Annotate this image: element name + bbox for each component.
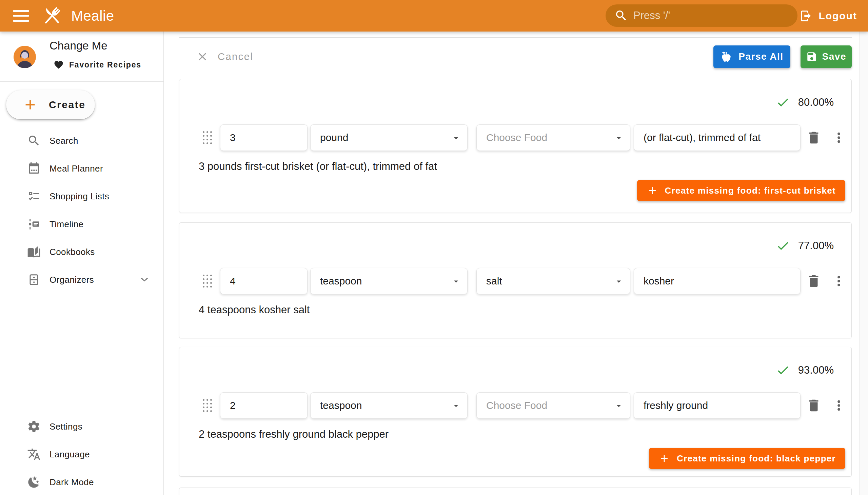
sidebar: Change Me Favorite Recipes Create Search… — [0, 32, 164, 495]
scrollbar[interactable] — [859, 32, 868, 495]
trash-icon — [806, 130, 821, 146]
quantity-input[interactable] — [220, 124, 308, 151]
ingredient-card — [179, 488, 852, 495]
close-icon — [196, 50, 209, 63]
kebab-icon — [831, 130, 847, 146]
apple-icon — [720, 51, 732, 63]
delete-button[interactable] — [806, 130, 821, 146]
caret-down-icon — [451, 401, 461, 411]
create-label: Create — [49, 99, 85, 110]
cancel-button[interactable]: Cancel — [196, 50, 253, 63]
search-input[interactable]: Press '/' — [606, 4, 798, 27]
confidence-value: 93.00% — [798, 364, 834, 376]
favorite-recipes-label: Favorite Recipes — [69, 61, 141, 69]
translate-icon — [27, 447, 41, 461]
drag-handle-icon[interactable] — [200, 274, 215, 288]
chevron-down-icon[interactable] — [138, 273, 151, 287]
logout-button[interactable]: Logout — [800, 0, 857, 32]
ingredient-card: 93.00% teaspoon Choose Food 2 teaspoons … — [179, 347, 852, 477]
sidebar-footer-nav: Settings Language Dark Mode — [0, 413, 164, 495]
check-icon — [776, 239, 790, 253]
search-placeholder: Press '/' — [633, 10, 670, 22]
divider — [179, 37, 852, 38]
sidebar-item-meal-planner[interactable]: Meal Planner — [0, 155, 164, 183]
plus-icon — [659, 453, 670, 464]
ingredient-row: teaspoon salt — [180, 268, 851, 294]
main-content: Cancel Parse All Save 80.00% — [164, 32, 868, 495]
user-name: Change Me — [50, 39, 107, 52]
original-ingredient-text: 4 teaspoons kosher salt — [199, 304, 851, 316]
delete-button[interactable] — [806, 273, 821, 289]
confidence-row: 80.00% — [180, 95, 851, 110]
logout-label: Logout — [818, 10, 857, 22]
sidebar-item-language[interactable]: Language — [0, 440, 164, 468]
sidebar-item-search[interactable]: Search — [0, 127, 164, 155]
kebab-icon — [831, 398, 847, 413]
more-options-button[interactable] — [831, 398, 847, 413]
confidence-row: 77.00% — [180, 238, 851, 253]
quantity-input[interactable] — [220, 268, 308, 294]
confidence-value: 80.00% — [798, 96, 834, 108]
original-ingredient-text: 3 pounds first-cut brisket (or flat-cut)… — [199, 160, 851, 173]
parse-all-button[interactable]: Parse All — [713, 46, 790, 68]
parser-toolbar: Cancel Parse All Save — [179, 45, 852, 68]
drag-handle-icon[interactable] — [200, 399, 215, 412]
caret-down-icon — [451, 276, 461, 287]
sidebar-nav: Search Meal Planner Shopping Lists Timel… — [0, 127, 164, 294]
kebab-icon — [831, 273, 847, 289]
sidebar-item-timeline[interactable]: Timeline — [0, 210, 164, 238]
search-icon — [614, 9, 628, 22]
check-icon — [776, 363, 790, 377]
trash-icon — [806, 273, 821, 289]
quantity-input[interactable] — [220, 392, 308, 419]
sidebar-divider — [0, 81, 164, 82]
logout-icon — [800, 10, 812, 22]
delete-button[interactable] — [806, 398, 821, 413]
unit-select[interactable]: pound — [310, 124, 467, 151]
ingredient-card: 77.00% teaspoon salt 4 teaspoons kosher … — [179, 222, 852, 338]
save-icon — [806, 51, 817, 62]
food-select[interactable]: salt — [476, 268, 630, 294]
food-select[interactable]: Choose Food — [476, 392, 630, 419]
ingredient-row: pound Choose Food — [180, 124, 851, 151]
caret-down-icon — [614, 133, 624, 143]
save-button[interactable]: Save — [801, 46, 852, 68]
timeline-icon — [27, 217, 41, 231]
note-input[interactable] — [634, 268, 801, 294]
caret-down-icon — [451, 133, 461, 143]
mealie-logo-icon — [41, 5, 63, 27]
favorite-recipes-link[interactable]: Favorite Recipes — [54, 60, 141, 70]
app-title: Mealie — [71, 8, 114, 24]
plus-icon — [22, 97, 38, 113]
drag-handle-icon[interactable] — [200, 131, 215, 144]
ingredient-row: teaspoon Choose Food — [180, 392, 851, 419]
unit-select[interactable]: teaspoon — [310, 268, 467, 294]
note-input[interactable] — [634, 124, 801, 151]
sidebar-item-organizers[interactable]: Organizers — [0, 266, 164, 294]
confidence-row: 93.00% — [180, 363, 851, 378]
sidebar-item-cookbooks[interactable]: Cookbooks — [0, 238, 164, 266]
gear-icon — [27, 420, 41, 433]
create-missing-food-button[interactable]: Create missing food: black pepper — [649, 448, 845, 469]
checklist-icon — [27, 189, 41, 203]
sidebar-item-shopping-lists[interactable]: Shopping Lists — [0, 183, 164, 210]
ingredient-card: 80.00% pound Choose Food 3 pounds first-… — [179, 79, 852, 213]
more-options-button[interactable] — [831, 273, 847, 289]
hamburger-menu-icon[interactable] — [13, 10, 29, 22]
more-options-button[interactable] — [831, 130, 847, 146]
calendar-icon — [27, 162, 41, 175]
create-missing-food-button[interactable]: Create missing food: first-cut brisket — [637, 180, 845, 201]
confidence-value: 77.00% — [798, 240, 834, 252]
unit-select[interactable]: teaspoon — [310, 392, 467, 419]
note-input[interactable] — [634, 392, 801, 419]
create-button[interactable]: Create — [6, 90, 95, 119]
heart-icon — [54, 60, 64, 70]
avatar[interactable] — [14, 46, 36, 68]
sidebar-item-dark-mode[interactable]: Dark Mode — [0, 468, 164, 495]
search-icon — [27, 134, 41, 148]
caret-down-icon — [614, 276, 624, 287]
app-header: Mealie Press '/' Logout — [0, 0, 868, 32]
sidebar-item-settings[interactable]: Settings — [0, 413, 164, 440]
drawers-icon — [27, 273, 41, 287]
food-select[interactable]: Choose Food — [476, 124, 630, 151]
